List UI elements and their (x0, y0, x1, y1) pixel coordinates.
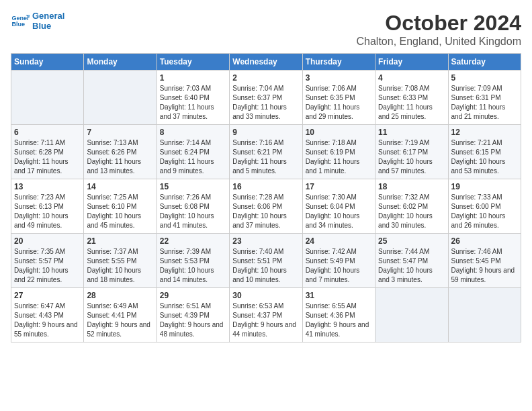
cell-content: Sunrise: 7:14 AM Sunset: 6:24 PM Dayligh… (160, 138, 226, 176)
day-number: 23 (232, 236, 299, 246)
day-number: 2 (232, 73, 299, 83)
cell-content: Sunrise: 7:26 AM Sunset: 6:08 PM Dayligh… (160, 193, 226, 230)
cell-content: Sunrise: 7:46 AM Sunset: 5:45 PM Dayligh… (451, 247, 518, 285)
calendar-cell: 17Sunrise: 7:30 AM Sunset: 6:04 PM Dayli… (302, 179, 375, 234)
day-number: 19 (451, 182, 518, 191)
cell-content: Sunrise: 7:37 AM Sunset: 5:55 PM Dayligh… (87, 247, 153, 285)
cell-content: Sunrise: 7:42 AM Sunset: 5:49 PM Dayligh… (306, 247, 372, 285)
day-number: 26 (451, 236, 518, 246)
day-number: 29 (160, 291, 226, 300)
day-number: 21 (87, 236, 153, 246)
logo-icon: General Blue (11, 11, 30, 30)
col-header-thursday: Thursday (302, 54, 375, 71)
cell-content: Sunrise: 7:25 AM Sunset: 6:10 PM Dayligh… (87, 193, 153, 230)
calendar-cell (375, 288, 448, 342)
calendar-cell: 12Sunrise: 7:21 AM Sunset: 6:15 PM Dayli… (448, 125, 521, 179)
cell-content: Sunrise: 6:55 AM Sunset: 4:36 PM Dayligh… (306, 302, 372, 339)
day-number: 1 (160, 73, 226, 83)
calendar-cell (448, 288, 521, 342)
calendar-cell: 13Sunrise: 7:23 AM Sunset: 6:13 PM Dayli… (11, 179, 84, 234)
day-number: 25 (378, 236, 445, 246)
day-number: 10 (306, 128, 372, 137)
cell-content: Sunrise: 7:19 AM Sunset: 6:17 PM Dayligh… (378, 138, 445, 176)
day-number: 24 (306, 236, 372, 246)
calendar-cell: 30Sunrise: 6:53 AM Sunset: 4:37 PM Dayli… (230, 288, 302, 342)
calendar-cell: 11Sunrise: 7:19 AM Sunset: 6:17 PM Dayli… (375, 125, 448, 179)
calendar-cell: 24Sunrise: 7:42 AM Sunset: 5:49 PM Dayli… (302, 234, 375, 288)
day-number: 18 (378, 182, 445, 191)
day-number: 13 (14, 182, 81, 191)
svg-text:Blue: Blue (11, 21, 25, 28)
day-number: 12 (451, 128, 518, 137)
day-number: 17 (306, 182, 372, 191)
calendar-cell: 1Sunrise: 7:03 AM Sunset: 6:40 PM Daylig… (157, 71, 229, 125)
week-row-4: 20Sunrise: 7:35 AM Sunset: 5:57 PM Dayli… (11, 234, 521, 288)
calendar-cell: 31Sunrise: 6:55 AM Sunset: 4:36 PM Dayli… (302, 288, 375, 342)
cell-content: Sunrise: 7:35 AM Sunset: 5:57 PM Dayligh… (14, 247, 81, 285)
cell-content: Sunrise: 7:32 AM Sunset: 6:02 PM Dayligh… (378, 193, 445, 230)
title-block: October 2024 Chalton, England, United Ki… (357, 11, 522, 48)
calendar-cell: 27Sunrise: 6:47 AM Sunset: 4:43 PM Dayli… (11, 288, 84, 342)
calendar-cell: 9Sunrise: 7:16 AM Sunset: 6:21 PM Daylig… (230, 125, 302, 179)
cell-content: Sunrise: 7:08 AM Sunset: 6:33 PM Dayligh… (378, 84, 445, 122)
col-header-friday: Friday (375, 54, 448, 71)
cell-content: Sunrise: 7:39 AM Sunset: 5:53 PM Dayligh… (160, 247, 226, 285)
col-header-monday: Monday (84, 54, 157, 71)
calendar-cell: 16Sunrise: 7:28 AM Sunset: 6:06 PM Dayli… (230, 179, 302, 234)
calendar-cell (11, 71, 84, 125)
day-number: 20 (14, 236, 81, 246)
cell-content: Sunrise: 6:53 AM Sunset: 4:37 PM Dayligh… (232, 302, 299, 339)
calendar-cell: 28Sunrise: 6:49 AM Sunset: 4:41 PM Dayli… (84, 288, 157, 342)
cell-content: Sunrise: 7:33 AM Sunset: 6:00 PM Dayligh… (451, 193, 518, 230)
cell-content: Sunrise: 7:09 AM Sunset: 6:31 PM Dayligh… (451, 84, 518, 122)
week-row-1: 1Sunrise: 7:03 AM Sunset: 6:40 PM Daylig… (11, 71, 521, 125)
subtitle: Chalton, England, United Kingdom (357, 36, 522, 48)
calendar-header: SundayMondayTuesdayWednesdayThursdayFrid… (11, 54, 521, 71)
cell-content: Sunrise: 7:44 AM Sunset: 5:47 PM Dayligh… (378, 247, 445, 285)
calendar-cell: 4Sunrise: 7:08 AM Sunset: 6:33 PM Daylig… (375, 71, 448, 125)
day-number: 9 (232, 128, 299, 137)
calendar-cell: 29Sunrise: 6:51 AM Sunset: 4:39 PM Dayli… (157, 288, 229, 342)
day-number: 11 (378, 128, 445, 137)
cell-content: Sunrise: 7:28 AM Sunset: 6:06 PM Dayligh… (232, 193, 299, 230)
day-number: 16 (232, 182, 299, 191)
calendar-cell (84, 71, 157, 125)
cell-content: Sunrise: 7:13 AM Sunset: 6:26 PM Dayligh… (87, 138, 153, 176)
week-row-5: 27Sunrise: 6:47 AM Sunset: 4:43 PM Dayli… (11, 288, 521, 342)
main-title: October 2024 (357, 11, 522, 36)
cell-content: Sunrise: 7:06 AM Sunset: 6:35 PM Dayligh… (306, 84, 372, 122)
cell-content: Sunrise: 7:03 AM Sunset: 6:40 PM Dayligh… (160, 84, 226, 122)
col-header-tuesday: Tuesday (157, 54, 229, 71)
calendar-cell: 20Sunrise: 7:35 AM Sunset: 5:57 PM Dayli… (11, 234, 84, 288)
calendar-table: SundayMondayTuesdayWednesdayThursdayFrid… (11, 53, 521, 342)
calendar-cell: 3Sunrise: 7:06 AM Sunset: 6:35 PM Daylig… (302, 71, 375, 125)
calendar-cell: 22Sunrise: 7:39 AM Sunset: 5:53 PM Dayli… (157, 234, 229, 288)
calendar-cell: 15Sunrise: 7:26 AM Sunset: 6:08 PM Dayli… (157, 179, 229, 234)
calendar-cell: 19Sunrise: 7:33 AM Sunset: 6:00 PM Dayli… (448, 179, 521, 234)
day-number: 30 (232, 291, 299, 300)
col-header-sunday: Sunday (11, 54, 84, 71)
day-number: 31 (306, 291, 372, 300)
calendar-cell: 8Sunrise: 7:14 AM Sunset: 6:24 PM Daylig… (157, 125, 229, 179)
cell-content: Sunrise: 7:23 AM Sunset: 6:13 PM Dayligh… (14, 193, 81, 230)
day-number: 5 (451, 73, 518, 83)
cell-content: Sunrise: 7:40 AM Sunset: 5:51 PM Dayligh… (232, 247, 299, 285)
day-number: 7 (87, 128, 153, 137)
calendar-cell: 5Sunrise: 7:09 AM Sunset: 6:31 PM Daylig… (448, 71, 521, 125)
col-header-saturday: Saturday (448, 54, 521, 71)
week-row-3: 13Sunrise: 7:23 AM Sunset: 6:13 PM Dayli… (11, 179, 521, 234)
logo-line1: General (32, 11, 64, 21)
day-number: 28 (87, 291, 153, 300)
logo: General Blue General Blue (11, 11, 64, 31)
day-number: 6 (14, 128, 81, 137)
calendar-cell: 18Sunrise: 7:32 AM Sunset: 6:02 PM Dayli… (375, 179, 448, 234)
cell-content: Sunrise: 7:04 AM Sunset: 6:37 PM Dayligh… (232, 84, 299, 122)
cell-content: Sunrise: 7:11 AM Sunset: 6:28 PM Dayligh… (14, 138, 81, 176)
calendar-cell: 23Sunrise: 7:40 AM Sunset: 5:51 PM Dayli… (230, 234, 302, 288)
cell-content: Sunrise: 7:30 AM Sunset: 6:04 PM Dayligh… (306, 193, 372, 230)
cell-content: Sunrise: 6:49 AM Sunset: 4:41 PM Dayligh… (87, 302, 153, 339)
col-header-wednesday: Wednesday (230, 54, 302, 71)
calendar-cell: 2Sunrise: 7:04 AM Sunset: 6:37 PM Daylig… (230, 71, 302, 125)
day-number: 14 (87, 182, 153, 191)
calendar-cell: 14Sunrise: 7:25 AM Sunset: 6:10 PM Dayli… (84, 179, 157, 234)
